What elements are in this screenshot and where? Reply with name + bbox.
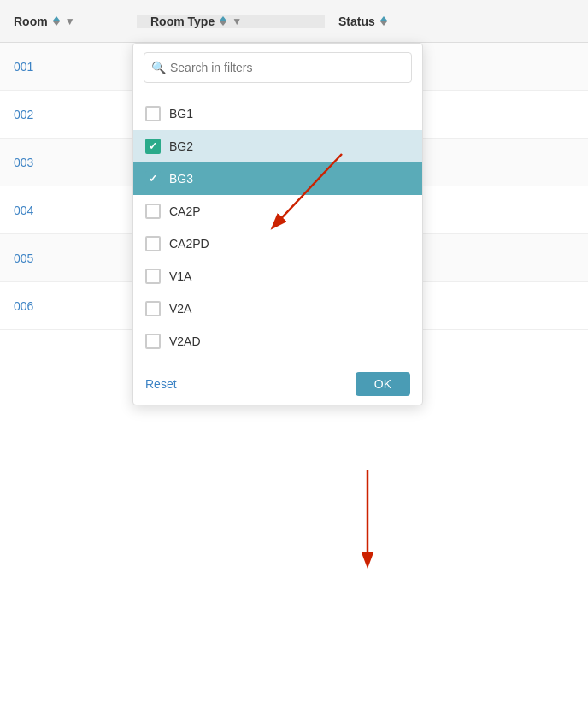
checkbox-v2a[interactable] [145,301,161,316]
checkbox-bg3[interactable]: ✓ [145,171,161,186]
cell-room: 003 [0,156,137,169]
sort-up-icon3 [380,16,387,21]
filter-option-bg3[interactable]: ✓ BG3 [133,162,422,195]
sort-down-icon [53,21,60,26]
room-type-filter-icon[interactable]: ▼ [232,15,242,27]
column-header-status: Status [325,15,588,28]
checkmark-bg3: ✓ [149,174,157,184]
option-label-ca2p: CA2P [169,204,201,218]
cell-room: 002 [0,108,137,121]
checkbox-v1a[interactable] [145,269,161,284]
room-filter-icon[interactable]: ▼ [65,15,75,27]
search-container: 🔍 [133,44,422,92]
option-label-v2a: V2A [169,302,191,316]
status-header-label: Status [338,15,375,28]
checkbox-ca2p[interactable] [145,204,161,219]
cell-room: 001 [0,60,137,74]
checkmark-bg2: ✓ [149,141,157,151]
sort-up-icon2 [220,16,226,21]
status-sort-icons[interactable] [380,16,387,26]
filter-option-ca2pd[interactable]: CA2PD [133,227,422,260]
checkbox-bg1[interactable] [145,106,161,121]
option-label-bg2: BG2 [169,139,193,153]
filter-option-v1a[interactable]: V1A [133,260,422,292]
room-sort-icons[interactable] [53,16,60,26]
sort-down-icon3 [380,21,387,26]
filter-option-bg1[interactable]: BG1 [133,97,422,130]
filter-option-bg2[interactable]: ✓ BG2 [133,130,422,162]
search-wrapper: 🔍 [144,52,412,83]
search-icon: 🔍 [151,61,166,74]
option-label-bg1: BG1 [169,107,193,121]
option-label-ca2pd: CA2PD [169,237,209,251]
cell-room: 005 [0,251,137,265]
options-list: BG1 ✓ BG2 ✓ BG3 CA2P CA2PD [133,92,422,363]
ok-button[interactable]: OK [356,372,410,396]
checkbox-v2ad[interactable] [145,334,161,349]
room-type-header-label: Room Type [150,15,215,28]
sort-down-icon2 [220,21,226,26]
option-label-v2ad: V2AD [169,334,201,348]
cell-room: 004 [0,204,137,217]
filter-option-ca2p[interactable]: CA2P [133,195,422,227]
room-type-sort-icons[interactable] [220,16,226,26]
column-header-room-type: Room Type ▼ [137,15,325,28]
reset-button[interactable]: Reset [145,377,177,391]
filter-dropdown: 🔍 BG1 ✓ BG2 ✓ BG3 CA2P [132,43,423,405]
filter-option-v2ad[interactable]: V2AD [133,325,422,357]
room-header-label: Room [14,15,48,28]
filter-option-v2a[interactable]: V2A [133,292,422,325]
column-header-room: Room ▼ [0,15,137,28]
cell-room: 006 [0,299,137,313]
checkbox-bg2[interactable]: ✓ [145,139,161,154]
sort-up-icon [53,16,60,21]
checkbox-ca2pd[interactable] [145,236,161,251]
option-label-bg3: BG3 [169,172,193,186]
search-input[interactable] [144,52,412,83]
option-label-v1a: V1A [169,269,191,283]
dropdown-footer: Reset OK [133,363,422,405]
